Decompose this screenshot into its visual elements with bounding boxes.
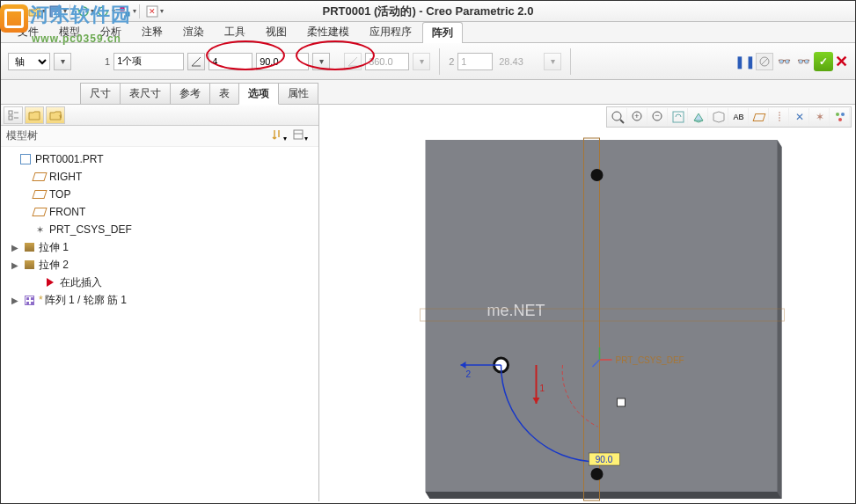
tree-plane-right[interactable]: RIGHT <box>3 168 317 186</box>
tab-annotation[interactable]: 注释 <box>132 21 172 42</box>
dir2-value <box>496 53 540 70</box>
no-preview-icon[interactable] <box>756 53 773 70</box>
angle-input[interactable] <box>256 53 309 70</box>
dir2-prefix: 2 <box>449 56 454 67</box>
tab-apps[interactable]: 应用程序 <box>360 21 421 42</box>
tree-toolbar: ★ <box>1 105 318 126</box>
dir2-count-input <box>457 53 493 70</box>
open-icon[interactable] <box>26 4 42 19</box>
extrude-icon <box>22 241 36 253</box>
csys-icon: ✶ <box>33 223 47 236</box>
tab-pattern[interactable]: 阵列 <box>422 22 463 43</box>
work-area: ★ 模型树 ▾ ▾ PRT0001.PRT RIGHT TOP FRONT ✶P… <box>1 105 855 501</box>
model-svg: me.NET PRT_CSYS_DEF 2 <box>319 105 855 501</box>
svg-rect-4 <box>126 12 129 16</box>
svg-rect-0 <box>8 6 17 17</box>
pause-icon[interactable]: ❚❚ <box>736 53 754 70</box>
tree-csys[interactable]: ✶PRT_CSYS_DEF <box>3 221 317 238</box>
svg-text:PRT_CSYS_DEF: PRT_CSYS_DEF <box>616 355 684 365</box>
undo-icon[interactable] <box>75 4 91 19</box>
svg-rect-14 <box>294 130 303 139</box>
tree-body[interactable]: PRT0001.PRT RIGHT TOP FRONT ✶PRT_CSYS_DE… <box>1 147 318 501</box>
svg-line-8 <box>761 58 768 65</box>
tree-folder-icon[interactable] <box>25 106 44 124</box>
svg-text:1: 1 <box>540 383 545 393</box>
datum-plane-icon <box>33 171 47 183</box>
tree-settings-icon[interactable]: ▾ <box>271 128 292 143</box>
regen-icon[interactable] <box>117 4 133 19</box>
tree-favorites-icon[interactable]: ★ <box>46 106 65 124</box>
title-bar: ▾ ▾ ▾ ▾ ▾ ▾ ✕▾ PRT0001 (活动的) - Creo Para… <box>1 1 855 22</box>
dir1-prefix: 1 <box>105 56 110 67</box>
pattern-ribbon: 轴 ▾ 1 ▾ ▾ 2 ▾ ❚❚ 👓 👓 ✓ ✕ <box>1 43 855 80</box>
svg-rect-42 <box>618 398 626 406</box>
subtab-table[interactable]: 表 <box>209 83 239 104</box>
pattern-icon <box>22 294 36 306</box>
datum-plane-icon <box>33 188 47 201</box>
svg-rect-9 <box>9 111 12 114</box>
tree-plane-front[interactable]: FRONT <box>3 203 317 221</box>
tree-extrude-2[interactable]: ▶拉伸 2 <box>3 256 317 274</box>
svg-text:★: ★ <box>58 113 62 121</box>
type-dropdown-icon[interactable]: ▾ <box>54 53 71 70</box>
subtab-options[interactable]: 选项 <box>238 83 279 105</box>
insert-arrow-icon <box>43 276 57 289</box>
tree-title: 模型树 <box>6 128 271 143</box>
svg-point-30 <box>591 468 604 480</box>
tab-tools[interactable]: 工具 <box>215 21 255 42</box>
subtab-properties[interactable]: 属性 <box>278 83 318 104</box>
svg-text:✕: ✕ <box>149 7 156 16</box>
dir1-items-input[interactable] <box>113 53 184 70</box>
tree-show-icon[interactable]: ▾ <box>292 128 313 143</box>
pattern-type-select[interactable]: 轴 <box>8 53 50 70</box>
extent-icon <box>344 53 362 70</box>
tree-header: 模型树 ▾ ▾ <box>1 126 318 147</box>
cancel-button[interactable]: ✕ <box>835 52 848 71</box>
subtab-ref[interactable]: 参考 <box>170 83 210 104</box>
tab-flex[interactable]: 柔性建模 <box>297 21 359 42</box>
svg-point-29 <box>591 169 604 181</box>
pattern-sub-tabs: 尺寸 表尺寸 参考 表 选项 属性 <box>1 80 855 105</box>
glasses-icon[interactable]: 👓 <box>775 53 793 70</box>
ribbon-tabs: 文件 模型 分析 注释 渲染 工具 视图 柔性建模 应用程序 阵列 <box>1 22 855 43</box>
extent-input <box>365 53 409 70</box>
tree-pattern-1[interactable]: ▶*阵列 1 / 轮廓 筋 1 <box>3 291 317 309</box>
redo-icon[interactable] <box>96 4 112 19</box>
tree-plane-top[interactable]: TOP <box>3 186 317 203</box>
svg-text:2: 2 <box>466 369 472 379</box>
graphics-viewport[interactable]: + − AB ✕ ✶ me.NET <box>319 105 855 501</box>
angle-icon[interactable] <box>187 53 205 70</box>
tree-insert-here[interactable]: 在此插入 <box>3 274 317 291</box>
svg-text:90.0: 90.0 <box>596 455 613 464</box>
viewport-wm: me.NET <box>487 302 545 319</box>
window-title: PRT0001 (活动的) - Creo Parametric 2.0 <box>323 4 534 19</box>
count-input[interactable] <box>209 53 252 70</box>
subtab-table-dim[interactable]: 表尺寸 <box>120 83 171 104</box>
angle-dropdown[interactable]: ▾ <box>312 53 330 70</box>
svg-rect-2 <box>53 12 58 17</box>
part-icon <box>18 153 33 165</box>
model-tree-panel: ★ 模型树 ▾ ▾ PRT0001.PRT RIGHT TOP FRONT ✶P… <box>1 105 319 501</box>
tree-extrude-1[interactable]: ▶拉伸 1 <box>3 238 317 256</box>
tab-analysis[interactable]: 分析 <box>91 21 131 42</box>
tab-render[interactable]: 渲染 <box>173 21 214 42</box>
glasses-check-icon[interactable]: 👓 <box>794 53 812 70</box>
tree-display-icon[interactable] <box>4 106 23 124</box>
ok-button[interactable]: ✓ <box>814 52 833 71</box>
tab-file[interactable]: 文件 <box>8 21 48 42</box>
svg-rect-3 <box>121 7 124 11</box>
tab-view[interactable]: 视图 <box>256 21 296 42</box>
close-window-icon[interactable]: ✕ <box>144 4 160 19</box>
svg-rect-10 <box>9 116 12 120</box>
extent-dropdown: ▾ <box>413 53 430 70</box>
tree-root[interactable]: PRT0001.PRT <box>3 150 317 168</box>
extrude-icon <box>22 259 36 271</box>
datum-plane-icon <box>33 206 47 218</box>
tab-model[interactable]: 模型 <box>49 21 90 42</box>
subtab-dimension[interactable]: 尺寸 <box>80 83 121 104</box>
new-icon[interactable] <box>5 4 21 19</box>
dir2-dropdown: ▾ <box>544 53 561 70</box>
save-icon[interactable] <box>48 4 63 19</box>
